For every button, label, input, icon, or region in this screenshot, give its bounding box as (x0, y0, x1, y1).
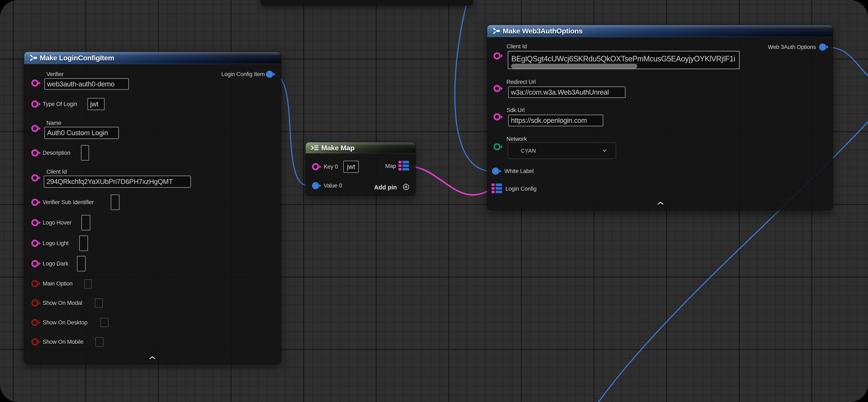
pin-type-of-login-arrow (39, 103, 41, 106)
verifier-sub-identifier-input[interactable] (111, 195, 120, 210)
type-of-login-input[interactable]: jwt (87, 98, 104, 110)
logo-hover-input[interactable] (81, 215, 90, 230)
show-on-modal-checkbox[interactable] (95, 298, 103, 308)
pin-verifier-arrow (39, 81, 41, 85)
redirect-url-input[interactable]: w3a://com.w3a.Web3AuthUnreal (508, 86, 626, 98)
node-header[interactable]: Make LoginConfigItem (24, 52, 281, 64)
pin-description-arrow (39, 151, 41, 154)
pin-show-on-modal[interactable] (31, 299, 38, 307)
pin-main-option-arrow (39, 282, 41, 285)
pin-web3auth-options-output[interactable] (819, 44, 826, 51)
node-title: Make LoginConfigItem (40, 54, 114, 62)
pin-map-output[interactable] (399, 161, 409, 171)
pin-redirect-url[interactable] (493, 85, 501, 92)
chevron-down-icon (602, 149, 607, 152)
node-title: Make Web3AuthOptions (503, 27, 583, 35)
pin-label-white-label: White Label (504, 168, 534, 174)
pin-label-client-id: Client Id (506, 44, 527, 50)
wire-top-to-whitelabel[interactable] (455, 0, 492, 171)
pin-label-logo-light: Logo Light (43, 240, 68, 246)
pin-client-id-arrow (501, 54, 503, 58)
pin-verifier-sub-identifier[interactable] (31, 199, 38, 206)
pin-key0[interactable] (312, 163, 319, 170)
make-map-icon (311, 145, 319, 150)
pin-show-on-desktop-arrow (39, 321, 41, 324)
node-title: Make Map (321, 144, 354, 152)
pin-login-config[interactable] (492, 183, 502, 193)
pin-client-id[interactable] (493, 52, 501, 59)
pin-description[interactable] (31, 149, 38, 156)
pin-label-login-config: Login Config (505, 186, 536, 192)
pin-verifier[interactable] (31, 80, 38, 87)
show-on-mobile-checkbox[interactable] (95, 337, 103, 347)
offscreen-node-fragment[interactable] (260, 0, 473, 5)
add-pin-button[interactable] (402, 183, 410, 191)
pin-white-label[interactable] (492, 168, 499, 175)
node-header[interactable]: Make Map (306, 142, 415, 153)
node-make-web3authoptions[interactable]: Make Web3AuthOptions Client Id BEglQSgt4… (487, 25, 833, 210)
pin-label-redirect-url: Redirect Url (506, 79, 536, 85)
pin-logo-dark[interactable] (31, 260, 38, 267)
pin-label-map-output: Map (385, 163, 396, 169)
sdk-url-input[interactable]: https://sdk.openlogin.com (508, 115, 603, 126)
pin-name[interactable] (31, 125, 38, 132)
pin-label-network: Network (506, 136, 527, 142)
client-id-input[interactable]: 294QRkchfq2YaXUbPri7D6PH7xzHgQMT (44, 176, 191, 188)
pin-show-on-mobile[interactable] (31, 338, 38, 345)
pin-logo-dark-arrow (39, 262, 41, 265)
pin-sdk-url[interactable] (493, 113, 501, 120)
pin-logo-light[interactable] (31, 240, 38, 247)
pin-label-show-on-desktop: Show On Desktop (43, 320, 87, 325)
verifier-input[interactable]: web3auth-auth0-demo (44, 78, 129, 90)
description-input[interactable] (81, 145, 89, 161)
client-id-scrollbar[interactable] (511, 64, 637, 68)
pin-show-on-desktop[interactable] (31, 319, 38, 326)
node-header[interactable]: Make Web3AuthOptions (487, 25, 833, 37)
pin-value0[interactable] (312, 182, 319, 189)
main-option-checkbox[interactable] (84, 279, 92, 289)
make-struct-icon (492, 28, 501, 34)
collapse-chevron-icon[interactable] (657, 201, 664, 205)
pin-network-arrow (501, 145, 503, 148)
client-id-input[interactable]: BEglQSgt4cUWcj6SKRdu5QkOXTsePmMcusG5EAoy… (508, 51, 740, 69)
pin-label-main-option: Main Option (43, 281, 72, 287)
client-id-text: BEglQSgt4cUWcj6SKRdu5QkOXTsePmMcusG5EAoy… (511, 54, 735, 63)
node-make-map[interactable]: Make Map Key 0 jwt Value 0 Map Add pin (306, 142, 415, 195)
pin-logo-light-arrow (39, 241, 41, 245)
pin-logo-hover[interactable] (31, 219, 38, 226)
logo-light-input[interactable] (79, 235, 88, 251)
pin-sdk-url-arrow (501, 115, 503, 119)
pin-network[interactable] (493, 143, 501, 150)
pin-label-description: Description (43, 150, 70, 156)
network-value: CYAN (521, 147, 536, 154)
pin-label-name: Name (46, 120, 61, 126)
pin-verifier-sub-identifier-arrow (39, 201, 41, 204)
make-struct-icon (29, 54, 38, 61)
pin-type-of-login[interactable] (31, 100, 38, 108)
pin-label-web3auth-options-output: Web 3Auth Options (768, 44, 816, 50)
collapse-chevron-icon[interactable] (149, 356, 156, 360)
node-make-loginconfigitem[interactable]: Make LoginConfigItem Verifier web3auth-a… (24, 52, 281, 364)
wire-map-to-loginconfig[interactable] (410, 166, 492, 195)
pin-label-client-id: Client Id (46, 169, 67, 175)
pin-main-option[interactable] (31, 280, 38, 287)
pin-show-on-mobile-arrow (39, 340, 41, 344)
network-dropdown[interactable]: CYAN (508, 142, 616, 159)
pin-label-verifier-sub-identifier: Verifier Sub Identifier (43, 199, 94, 205)
name-input[interactable]: Auth0 Custom Login (44, 127, 119, 139)
pin-value0-arrow (319, 184, 321, 187)
pin-name-arrow (39, 127, 41, 130)
pin-label-show-on-modal: Show On Modal (43, 300, 82, 306)
pin-label-type-of-login: Type Of Login (43, 101, 77, 107)
key0-input[interactable]: jwt (343, 161, 359, 173)
pin-client-id[interactable] (31, 174, 38, 181)
pin-logo-hover-arrow (39, 221, 41, 224)
logo-dark-input[interactable] (77, 256, 86, 271)
pin-key0-arrow (319, 165, 321, 168)
blueprint-canvas[interactable]: Make LoginConfigItem Verifier web3auth-a… (0, 0, 868, 402)
show-on-desktop-checkbox[interactable] (100, 318, 108, 327)
add-pin-label: Add pin (374, 184, 397, 191)
pin-login-config-item-output[interactable] (266, 70, 273, 78)
pin-label-logo-dark: Logo Dark (43, 261, 68, 267)
pin-label-verifier: Verifier (46, 71, 64, 77)
